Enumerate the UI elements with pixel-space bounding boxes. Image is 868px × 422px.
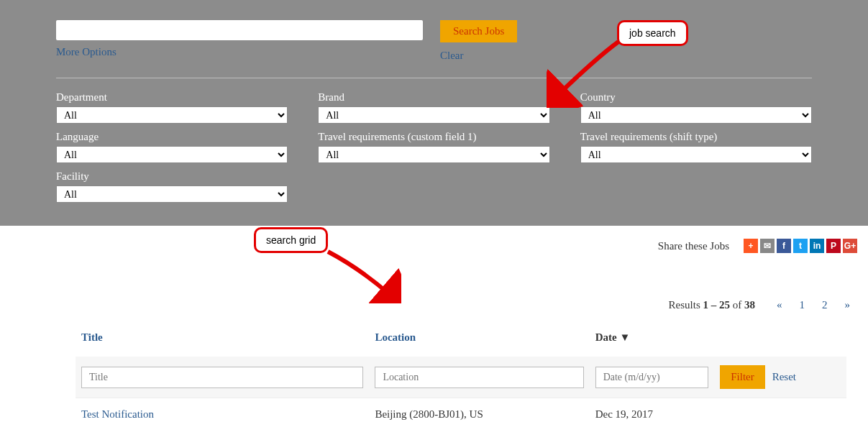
filter-select-facility[interactable]: All: [56, 185, 288, 203]
share-pinterest-icon[interactable]: P: [826, 239, 841, 253]
filter-label-travel-shift: Travel requirements (shift type): [580, 131, 812, 143]
filter-label-department: Department: [56, 91, 288, 104]
page-1[interactable]: 1: [800, 299, 805, 311]
more-options-link[interactable]: More Options: [56, 46, 423, 58]
table-row: Test Notification Beijing (2800-BJ01), U…: [76, 398, 846, 423]
annotation-search-grid: search grid: [254, 227, 328, 253]
filter-label-facility: Facility: [56, 170, 288, 183]
share-plus-icon[interactable]: +: [744, 239, 758, 253]
filter-input-title[interactable]: [81, 367, 363, 388]
filter-select-brand[interactable]: All: [318, 106, 549, 124]
page-2[interactable]: 2: [822, 299, 828, 311]
job-date: Dec 19, 2017: [590, 398, 715, 423]
page-prev[interactable]: «: [777, 299, 782, 311]
clear-link[interactable]: Clear: [440, 50, 517, 62]
search-panel: More Options Search Jobs Clear Departmen…: [0, 0, 868, 226]
search-jobs-button[interactable]: Search Jobs: [440, 20, 517, 42]
filter-select-travel-shift[interactable]: All: [580, 146, 812, 163]
results-area: Share these Jobs + ✉ f t in P G+ Results…: [0, 226, 868, 422]
filters-grid: Department All Brand All Country All Lan…: [56, 78, 812, 203]
filter-select-department[interactable]: All: [56, 106, 288, 124]
share-linkedin-icon[interactable]: in: [810, 239, 824, 253]
filter-select-country[interactable]: All: [580, 106, 812, 124]
share-twitter-icon[interactable]: t: [793, 239, 808, 253]
filter-label-travel-custom: Travel requirements (custom field 1): [318, 131, 549, 143]
search-input[interactable]: [56, 20, 423, 40]
share-googleplus-icon[interactable]: G+: [843, 239, 857, 253]
page-next[interactable]: »: [845, 299, 851, 311]
annotation-job-search: job search: [617, 20, 688, 46]
reset-link[interactable]: Reset: [772, 371, 796, 383]
filter-select-language[interactable]: All: [56, 146, 288, 163]
header-date[interactable]: Date ▼: [590, 324, 715, 357]
header-location[interactable]: Location: [369, 324, 589, 357]
job-location: Beijing (2800-BJ01), US: [369, 398, 589, 423]
filter-input-date[interactable]: [595, 367, 709, 388]
share-mail-icon[interactable]: ✉: [760, 239, 775, 253]
results-count: Results 1 – 25 of 38: [669, 299, 755, 311]
filter-input-location[interactable]: [375, 367, 583, 388]
filter-select-travel-custom[interactable]: All: [318, 146, 549, 163]
sort-desc-icon: ▼: [619, 331, 630, 343]
filter-label-brand: Brand: [318, 91, 549, 104]
filter-button[interactable]: Filter: [720, 365, 765, 389]
filter-label-country: Country: [580, 91, 812, 104]
header-title[interactable]: Title: [76, 324, 369, 357]
share-text: Share these Jobs: [658, 240, 729, 252]
filter-label-language: Language: [56, 131, 288, 143]
job-link[interactable]: Test Notification: [81, 408, 154, 420]
share-facebook-icon[interactable]: f: [777, 239, 791, 253]
results-grid: Title Location Date ▼ Filter: [76, 324, 846, 422]
